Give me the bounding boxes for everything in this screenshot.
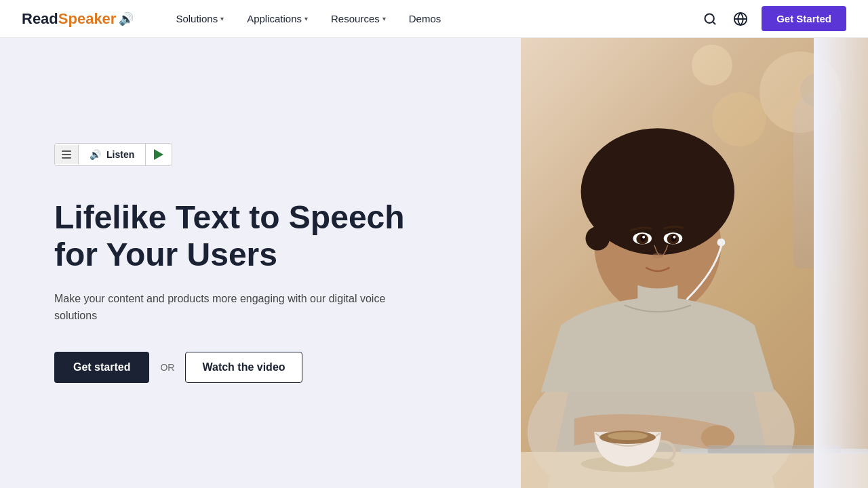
logo[interactable]: Read Speaker 🔊	[22, 10, 134, 28]
listen-button[interactable]: 🔊 Listen	[79, 144, 146, 165]
language-button[interactable]	[730, 9, 751, 29]
nav-links: Solutions ▾ Applications ▾ Resources ▾ D…	[166, 7, 701, 30]
nav-item-solutions[interactable]: Solutions ▾	[166, 7, 233, 30]
chevron-down-icon: ▾	[304, 15, 308, 22]
cta-or-label: OR	[160, 362, 174, 373]
nav-label-demos: Demos	[409, 13, 441, 24]
nav-get-started-button[interactable]: Get Started	[762, 6, 846, 31]
hero-subtext: Make your content and products more enga…	[54, 290, 407, 325]
woman-illustration	[521, 38, 868, 488]
svg-rect-6	[521, 452, 868, 488]
watch-video-button[interactable]: Watch the video	[185, 352, 302, 383]
speaker-logo-icon: 🔊	[119, 12, 134, 26]
svg-line-1	[713, 21, 715, 24]
hero-heading-line2: for Your Users	[54, 237, 277, 272]
listen-widget: 🔊 Listen	[54, 143, 172, 166]
nav-right: Get Started	[701, 6, 846, 31]
svg-point-19	[637, 155, 677, 195]
search-button[interactable]	[701, 9, 719, 28]
svg-point-24	[688, 165, 714, 191]
hero-cta-group: Get started OR Watch the video	[54, 352, 467, 383]
svg-point-9	[608, 432, 648, 440]
nav-label-solutions: Solutions	[176, 13, 218, 24]
svg-point-22	[586, 226, 610, 250]
svg-rect-11	[708, 445, 842, 453]
logo-speaker: Speaker	[58, 10, 117, 28]
listen-menu-button[interactable]	[55, 145, 79, 164]
menu-lines-icon	[62, 150, 71, 159]
play-triangle-icon	[154, 149, 163, 160]
listen-label: Listen	[106, 149, 134, 160]
svg-point-28	[642, 236, 645, 239]
hero-content: 🔊 Listen Lifelike Text to Speech for You…	[0, 38, 521, 488]
search-icon	[703, 12, 717, 26]
chevron-down-icon: ▾	[382, 15, 386, 22]
logo-read: Read	[22, 10, 58, 28]
chevron-down-icon: ▾	[220, 15, 224, 22]
nav-label-resources: Resources	[331, 13, 380, 24]
svg-point-33	[652, 253, 663, 258]
svg-point-32	[673, 236, 675, 239]
hero-heading-line1: Lifelike Text to Speech	[54, 199, 405, 235]
main-nav: Read Speaker 🔊 Solutions ▾ Applications …	[0, 0, 868, 38]
nav-item-resources[interactable]: Resources ▾	[321, 7, 395, 30]
hero-section: 🔊 Listen Lifelike Text to Speech for You…	[0, 38, 868, 488]
hero-heading: Lifelike Text to Speech for Your Users	[54, 199, 467, 273]
get-started-button[interactable]: Get started	[54, 352, 149, 383]
play-button[interactable]	[146, 144, 172, 165]
svg-point-21	[693, 204, 722, 233]
nav-item-applications[interactable]: Applications ▾	[237, 7, 317, 30]
hero-image-area	[521, 38, 868, 488]
speaker-icon: 🔊	[90, 149, 101, 160]
nav-item-demos[interactable]: Demos	[399, 7, 451, 30]
svg-point-23	[601, 165, 627, 191]
svg-point-34	[717, 239, 725, 247]
globe-icon	[733, 12, 748, 26]
nav-label-applications: Applications	[247, 13, 302, 24]
hero-background	[521, 38, 868, 488]
